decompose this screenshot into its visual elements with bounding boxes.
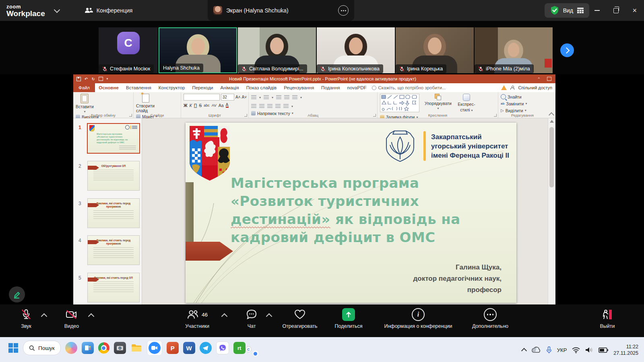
collapse-ribbon-icon[interactable] — [549, 112, 554, 118]
participant-tile[interactable]: Halyna Shchuka — [159, 27, 237, 73]
align-center-icon[interactable] — [259, 104, 264, 108]
language-indicator[interactable]: УКР — [557, 347, 567, 353]
tab-novapdf[interactable]: novaPDF — [344, 83, 370, 92]
ribbon-options-icon[interactable]: ⌃ — [537, 77, 541, 81]
char-spacing-button[interactable]: AV — [212, 103, 217, 107]
clear-format-button[interactable]: abc — [204, 103, 210, 107]
arrange-button[interactable]: Упорядкувати▾ — [423, 94, 452, 110]
slide-thumbnail-2[interactable]: Обґрунтування ОП — [88, 161, 139, 190]
tab-view[interactable]: Подання — [318, 83, 343, 92]
slideshow-icon[interactable] — [99, 77, 103, 81]
bold-button[interactable]: Ж — [184, 103, 188, 108]
shrink-font-button[interactable]: A˅ — [242, 95, 247, 99]
participant-tile[interactable]: Світлана Володимирі... — [238, 27, 316, 73]
tell-me-box[interactable]: Скажіть, що потрібно зробити... — [372, 83, 446, 92]
clipboard-dialog-launcher[interactable] — [129, 114, 132, 117]
chat-button[interactable]: Чат — [240, 308, 263, 329]
minimize-button[interactable] — [594, 10, 600, 11]
columns-icon[interactable] — [283, 104, 289, 108]
tab-animations[interactable]: Анімація — [217, 83, 243, 92]
powerpoint-icon[interactable]: P — [167, 342, 179, 354]
participant-tile[interactable]: C Стефанія Мосіюк — [99, 27, 158, 73]
participants-options-chevron[interactable] — [221, 313, 228, 320]
drawing-dialog-launcher[interactable] — [494, 114, 497, 117]
tab-design[interactable]: Конструктор — [155, 83, 189, 92]
change-case-button[interactable]: Aa — [219, 103, 224, 108]
font-color-button[interactable]: A — [226, 103, 229, 108]
slide-thumbnail-1[interactable]: Магістерська програма «Розвиток туристич… — [88, 124, 139, 153]
video-options-chevron[interactable] — [88, 313, 95, 320]
tab-more-icon[interactable] — [338, 5, 349, 16]
rt-app-icon[interactable]: rt — [233, 342, 246, 354]
widgets-icon[interactable] — [82, 342, 94, 354]
telegram-icon[interactable] — [200, 342, 212, 354]
camera-app-icon[interactable] — [114, 342, 126, 354]
audio-button[interactable]: Звук — [14, 308, 38, 329]
italic-button[interactable]: К — [190, 103, 192, 108]
participant-tile[interactable]: Ірина Корецька — [396, 27, 474, 73]
save-icon[interactable] — [76, 77, 81, 81]
participants-button[interactable]: 46 Участники — [179, 308, 216, 329]
chrome-icon[interactable] — [98, 342, 109, 354]
restore-button[interactable] — [613, 8, 619, 13]
speaker-icon[interactable] — [585, 347, 593, 353]
battery-icon[interactable] — [599, 348, 608, 353]
underline-button[interactable]: П — [194, 103, 197, 108]
bullets-icon[interactable] — [251, 95, 256, 99]
chevron-down-icon[interactable] — [54, 6, 60, 13]
onedrive-icon[interactable] — [531, 347, 541, 353]
zoom-app-active[interactable] — [147, 340, 162, 356]
decrease-indent-icon[interactable] — [276, 95, 281, 99]
audio-options-chevron[interactable] — [41, 313, 47, 320]
tab-transitions[interactable]: Переходи — [188, 83, 217, 92]
taskbar-search[interactable]: Пошук — [23, 341, 61, 355]
more-button[interactable]: Дополнительно — [462, 308, 518, 329]
chat-options-chevron[interactable] — [266, 313, 272, 320]
find-button[interactable]: Знайти — [501, 94, 527, 100]
scrollbar-thumb[interactable] — [549, 127, 554, 187]
ppt-vertical-scrollbar[interactable] — [548, 118, 555, 304]
tab-conference[interactable]: Конференция — [84, 7, 133, 14]
word-icon[interactable]: W — [183, 342, 195, 354]
shapes-gallery[interactable] — [380, 94, 419, 112]
tab-file[interactable]: Файл — [73, 83, 95, 92]
scroll-up-arrow[interactable] — [550, 120, 554, 123]
participant-tile[interactable]: Ірина Колокольчикова — [317, 27, 395, 73]
file-explorer-icon[interactable] — [130, 342, 142, 354]
tray-expand-icon[interactable] — [521, 348, 527, 353]
tab-home[interactable]: Основне — [95, 83, 122, 92]
participant-tile[interactable]: iPhone Mila (2)міла — [475, 27, 553, 73]
close-button[interactable]: × — [632, 7, 637, 14]
slide-thumbnail-5[interactable]: Виклики, які стоять перед ОП — [88, 273, 139, 302]
viber-icon[interactable] — [216, 341, 229, 354]
font-name-combo[interactable] — [184, 94, 220, 101]
quick-styles-button[interactable]: Експрес-стилі ▾ — [456, 94, 477, 112]
paste-button[interactable]: Вставити▾ — [76, 94, 94, 113]
new-slide-button[interactable]: Створити слайд — [136, 94, 155, 113]
warning-icon[interactable] — [501, 85, 507, 90]
slide-thumbnail-3[interactable]: Виклики, які стоять перед програмою — [88, 199, 139, 228]
annotate-button[interactable] — [9, 286, 25, 302]
increase-indent-icon[interactable] — [284, 95, 289, 99]
start-button[interactable] — [8, 343, 19, 353]
undo-icon[interactable]: ↶ — [85, 77, 88, 81]
font-dialog-launcher[interactable] — [244, 114, 247, 117]
line-spacing-icon[interactable] — [292, 95, 297, 99]
justify-icon[interactable] — [275, 104, 281, 108]
copilot-icon[interactable] — [65, 342, 77, 354]
paragraph-dialog-launcher[interactable] — [373, 114, 376, 117]
strikethrough-button[interactable]: S — [199, 103, 202, 108]
tab-insert[interactable]: Вставлення — [122, 83, 155, 92]
share-screen-button[interactable]: Поделиться — [329, 308, 368, 329]
select-button[interactable]: ▷Виділити▾ — [501, 108, 527, 113]
ppt-share-button[interactable]: Спільний доступ — [518, 85, 552, 90]
react-button[interactable]: Отреагировать — [281, 308, 319, 329]
replace-button[interactable]: abЗамінити▾ — [501, 101, 527, 107]
clock[interactable]: 11:22 27.11.2025 — [613, 343, 638, 356]
redo-icon[interactable]: ↻ — [91, 77, 95, 81]
view-control[interactable]: Вид — [545, 3, 589, 18]
current-slide[interactable]: Закарпатський угорський університет імен… — [186, 123, 516, 303]
tab-review[interactable]: Рецензування — [280, 83, 318, 92]
tab-screen-share[interactable]: Экран (Halyna Shchuka) — [208, 0, 354, 21]
next-participants-button[interactable] — [560, 43, 574, 57]
